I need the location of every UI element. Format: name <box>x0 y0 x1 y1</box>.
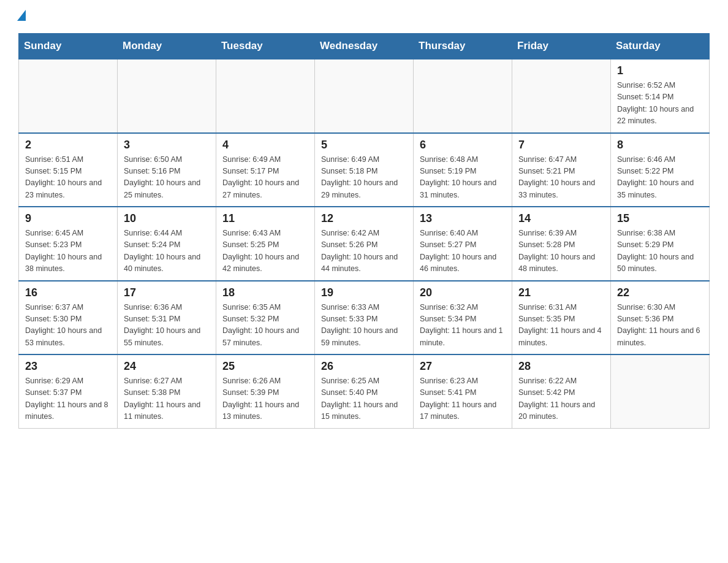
day-header-tuesday: Tuesday <box>216 34 315 59</box>
day-number: 18 <box>222 286 308 299</box>
day-header-thursday: Thursday <box>414 34 512 59</box>
week-row-3: 9Sunrise: 6:45 AM Sunset: 5:23 PM Daylig… <box>19 207 710 281</box>
calendar-cell: 17Sunrise: 6:36 AM Sunset: 5:31 PM Dayli… <box>118 281 216 355</box>
day-number: 12 <box>321 212 407 225</box>
calendar-cell <box>118 59 216 133</box>
day-info: Sunrise: 6:44 AM Sunset: 5:24 PM Dayligh… <box>124 228 210 275</box>
calendar-cell: 24Sunrise: 6:27 AM Sunset: 5:38 PM Dayli… <box>118 354 216 428</box>
day-info: Sunrise: 6:33 AM Sunset: 5:33 PM Dayligh… <box>321 302 407 350</box>
calendar-table: SundayMondayTuesdayWednesdayThursdayFrid… <box>18 33 710 429</box>
calendar-cell: 19Sunrise: 6:33 AM Sunset: 5:33 PM Dayli… <box>315 281 414 355</box>
day-number: 22 <box>617 286 703 299</box>
day-number: 26 <box>321 360 407 373</box>
day-header-monday: Monday <box>118 34 216 59</box>
day-info: Sunrise: 6:51 AM Sunset: 5:15 PM Dayligh… <box>25 154 111 202</box>
calendar-cell: 7Sunrise: 6:47 AM Sunset: 5:21 PM Daylig… <box>512 133 611 207</box>
day-number: 3 <box>124 139 210 151</box>
week-row-5: 23Sunrise: 6:29 AM Sunset: 5:37 PM Dayli… <box>19 354 710 428</box>
day-info: Sunrise: 6:50 AM Sunset: 5:16 PM Dayligh… <box>124 154 210 202</box>
calendar-cell: 10Sunrise: 6:44 AM Sunset: 5:24 PM Dayli… <box>118 207 216 281</box>
day-number: 5 <box>321 139 407 151</box>
calendar-cell <box>315 59 414 133</box>
day-info: Sunrise: 6:42 AM Sunset: 5:26 PM Dayligh… <box>321 228 407 275</box>
calendar-cell: 21Sunrise: 6:31 AM Sunset: 5:35 PM Dayli… <box>512 281 611 355</box>
day-number: 28 <box>518 360 604 373</box>
calendar-cell <box>512 59 611 133</box>
header-row: SundayMondayTuesdayWednesdayThursdayFrid… <box>19 34 710 59</box>
day-number: 10 <box>124 212 210 225</box>
day-number: 19 <box>321 286 407 299</box>
week-row-4: 16Sunrise: 6:37 AM Sunset: 5:30 PM Dayli… <box>19 281 710 355</box>
day-header-sunday: Sunday <box>19 34 118 59</box>
calendar-cell: 26Sunrise: 6:25 AM Sunset: 5:40 PM Dayli… <box>315 354 414 428</box>
day-info: Sunrise: 6:46 AM Sunset: 5:22 PM Dayligh… <box>617 154 703 202</box>
calendar-cell: 13Sunrise: 6:40 AM Sunset: 5:27 PM Dayli… <box>414 207 512 281</box>
day-info: Sunrise: 6:26 AM Sunset: 5:39 PM Dayligh… <box>222 375 308 423</box>
calendar-cell <box>611 354 710 428</box>
day-info: Sunrise: 6:37 AM Sunset: 5:30 PM Dayligh… <box>25 302 111 350</box>
day-info: Sunrise: 6:30 AM Sunset: 5:36 PM Dayligh… <box>617 302 703 350</box>
calendar-cell <box>19 59 118 133</box>
day-number: 14 <box>518 212 604 225</box>
calendar-cell: 18Sunrise: 6:35 AM Sunset: 5:32 PM Dayli… <box>216 281 315 355</box>
day-number: 7 <box>518 139 604 151</box>
day-info: Sunrise: 6:49 AM Sunset: 5:18 PM Dayligh… <box>321 154 407 202</box>
day-info: Sunrise: 6:32 AM Sunset: 5:34 PM Dayligh… <box>420 302 506 350</box>
calendar-cell: 8Sunrise: 6:46 AM Sunset: 5:22 PM Daylig… <box>611 133 710 207</box>
calendar-cell: 12Sunrise: 6:42 AM Sunset: 5:26 PM Dayli… <box>315 207 414 281</box>
day-info: Sunrise: 6:29 AM Sunset: 5:37 PM Dayligh… <box>25 375 111 423</box>
calendar-cell: 27Sunrise: 6:23 AM Sunset: 5:41 PM Dayli… <box>414 354 512 428</box>
day-info: Sunrise: 6:49 AM Sunset: 5:17 PM Dayligh… <box>222 154 308 202</box>
calendar-cell: 16Sunrise: 6:37 AM Sunset: 5:30 PM Dayli… <box>19 281 118 355</box>
day-info: Sunrise: 6:52 AM Sunset: 5:14 PM Dayligh… <box>617 80 703 128</box>
calendar-cell: 2Sunrise: 6:51 AM Sunset: 5:15 PM Daylig… <box>19 133 118 207</box>
day-number: 1 <box>617 64 703 77</box>
day-header-friday: Friday <box>512 34 611 59</box>
page-header <box>18 12 710 21</box>
day-number: 27 <box>420 360 506 373</box>
calendar-cell: 28Sunrise: 6:22 AM Sunset: 5:42 PM Dayli… <box>512 354 611 428</box>
day-info: Sunrise: 6:36 AM Sunset: 5:31 PM Dayligh… <box>124 302 210 350</box>
day-header-saturday: Saturday <box>611 34 710 59</box>
calendar-cell: 20Sunrise: 6:32 AM Sunset: 5:34 PM Dayli… <box>414 281 512 355</box>
calendar-cell: 3Sunrise: 6:50 AM Sunset: 5:16 PM Daylig… <box>118 133 216 207</box>
day-number: 24 <box>124 360 210 373</box>
week-row-1: 1Sunrise: 6:52 AM Sunset: 5:14 PM Daylig… <box>19 59 710 133</box>
day-number: 8 <box>617 139 703 151</box>
day-info: Sunrise: 6:38 AM Sunset: 5:29 PM Dayligh… <box>617 228 703 275</box>
day-number: 25 <box>222 360 308 373</box>
day-header-wednesday: Wednesday <box>315 34 414 59</box>
day-info: Sunrise: 6:45 AM Sunset: 5:23 PM Dayligh… <box>25 228 111 275</box>
calendar-cell: 5Sunrise: 6:49 AM Sunset: 5:18 PM Daylig… <box>315 133 414 207</box>
calendar-cell: 11Sunrise: 6:43 AM Sunset: 5:25 PM Dayli… <box>216 207 315 281</box>
day-info: Sunrise: 6:47 AM Sunset: 5:21 PM Dayligh… <box>518 154 604 202</box>
calendar-cell: 22Sunrise: 6:30 AM Sunset: 5:36 PM Dayli… <box>611 281 710 355</box>
logo-triangle-icon <box>17 10 26 21</box>
calendar-cell: 23Sunrise: 6:29 AM Sunset: 5:37 PM Dayli… <box>19 354 118 428</box>
day-number: 9 <box>25 212 111 225</box>
calendar-cell: 15Sunrise: 6:38 AM Sunset: 5:29 PM Dayli… <box>611 207 710 281</box>
calendar-cell: 6Sunrise: 6:48 AM Sunset: 5:19 PM Daylig… <box>414 133 512 207</box>
day-number: 23 <box>25 360 111 373</box>
day-number: 17 <box>124 286 210 299</box>
day-info: Sunrise: 6:48 AM Sunset: 5:19 PM Dayligh… <box>420 154 506 202</box>
logo <box>18 12 26 21</box>
calendar-cell: 14Sunrise: 6:39 AM Sunset: 5:28 PM Dayli… <box>512 207 611 281</box>
calendar-cell <box>414 59 512 133</box>
day-number: 21 <box>518 286 604 299</box>
week-row-2: 2Sunrise: 6:51 AM Sunset: 5:15 PM Daylig… <box>19 133 710 207</box>
day-number: 13 <box>420 212 506 225</box>
day-number: 15 <box>617 212 703 225</box>
day-number: 4 <box>222 139 308 151</box>
day-info: Sunrise: 6:39 AM Sunset: 5:28 PM Dayligh… <box>518 228 604 275</box>
calendar-cell: 4Sunrise: 6:49 AM Sunset: 5:17 PM Daylig… <box>216 133 315 207</box>
day-info: Sunrise: 6:27 AM Sunset: 5:38 PM Dayligh… <box>124 375 210 423</box>
day-number: 2 <box>25 139 111 151</box>
day-info: Sunrise: 6:31 AM Sunset: 5:35 PM Dayligh… <box>518 302 604 350</box>
calendar-cell: 25Sunrise: 6:26 AM Sunset: 5:39 PM Dayli… <box>216 354 315 428</box>
day-number: 16 <box>25 286 111 299</box>
day-number: 20 <box>420 286 506 299</box>
day-number: 6 <box>420 139 506 151</box>
day-number: 11 <box>222 212 308 225</box>
day-info: Sunrise: 6:22 AM Sunset: 5:42 PM Dayligh… <box>518 375 604 423</box>
